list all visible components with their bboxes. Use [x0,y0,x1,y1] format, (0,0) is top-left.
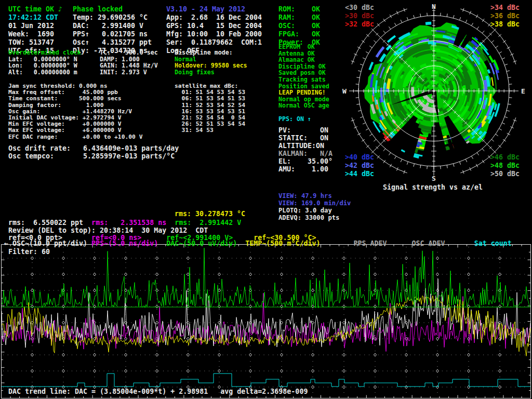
version-info-block-line-3: Mfg: 10:00 10 Feb 2000 [166,30,262,38]
selftest-status-block: ROM: OKRAM: OKOSC: OKFPGA: OKPower: OK [278,5,320,47]
dac-trend-line-label: DAC trend line: DAC = (3.85004e-009*t) +… [8,388,308,396]
text: Damping factor: 1.000 [8,102,104,109]
text: Doing fixes [175,69,215,76]
text: Normal OSC age [278,102,329,109]
drift-tempco-block-line-1: Osc tempco: 5.285997e-013 parts/°C [8,152,179,160]
text: 26: 52 51 53 54 54 [175,121,245,127]
text: 11: 52 53 54 52 54 [175,102,245,109]
text: Temp: 29.690256 °C [73,14,148,21]
text: Week: 1690 [8,30,54,38]
text: VIEW: 169.0 min/div [278,200,351,207]
text: >42 dBc [345,162,374,169]
dbc-legend-bottom-right: >46 dBc>48 dBc>50 dBc [490,153,520,178]
dbc-legend-bottom-left-line-1: >42 dBc [345,162,374,170]
text: >30 dBc [345,12,374,20]
satellite-max-dbc-table-line-7: 31: 54 53 [175,127,245,134]
oscillator-status-block-line-3: PPS↑ 0.021705 ns [73,30,152,38]
text: 21: 52 54 54 0 54 [175,114,245,121]
dbc-legend-top-right-line-1: >36 dBc [490,12,520,20]
text: >36 dBc [490,12,520,20]
text: ALTITUDE:ON [278,142,324,150]
text: Osc↑ 4.315277 ppt [73,38,152,46]
version-info-block-line-0: V3.10 - 24 May 2012 [166,5,262,14]
text: UTC time OK ♪ [8,5,62,13]
text: ← OSC~(10.0 ppt/div) [4,240,87,247]
text: PPS~(5.0 ns/div) [87,240,158,247]
rms-values-line-line-0: rms: 6.550022 ppt rms: 2.351538 ns rms: … [8,219,241,227]
text: >46 dBc [490,153,520,161]
text: OSC: OK [278,22,320,30]
osc-params-block-line-8: EFC DAC range: +0.00 to +10.00 V [8,134,142,140]
text: TOW: 513747 [8,38,54,46]
plot-scale-line-line-0: ← OSC~(10.0 ppt/div) PPS~(5.0 ns/div) DA… [4,240,512,248]
satellite-max-dbc-table: satellite max dBc: 01: 51 54 53 54 53 06… [175,83,245,134]
text: >48 dBc [490,162,520,169]
polar-grid [349,6,518,176]
drift-tempco-block-line-0: Osc drift rate: 6.436409e-013 parts/day [8,144,179,152]
dbc-legend-bottom-right-line-2: >50 dBc [490,170,520,178]
text: >34 dBc [490,4,520,11]
text: Max EFC voltage: +6.000000 V [8,127,122,134]
text: rms: 2.991442 V [166,219,241,227]
fix-mode-block-line-2: ALTITUDE:ON [278,142,332,150]
text: rms: 2.351538 ns [83,219,166,227]
time-status-block-line-1: 17:42:12 CDT [8,14,62,22]
rms-temp-label: rms: 30.278473 °C [175,210,245,218]
fix-mode-block-line-1: STATIC: ON [278,134,332,142]
text: V3.10 - 24 May 2012 [166,5,245,13]
receiver-health-block-line-9: Normal OSC age [278,102,329,109]
rms-values-line: rms: 6.550022 ppt rms: 2.351538 ns rms: … [8,219,241,227]
text: PPS↑ 0.021705 ns [73,30,148,38]
oscillator-status-block-line-1: Temp: 29.690256 °C [73,14,152,22]
text: TEMP~(500 m°C/div) [237,240,320,247]
text: 16: 53 53 54 53 51 [175,108,245,115]
text: PLOTQ: 3.0 day [278,207,332,214]
discipline-mode-block: Discipline mode:NormalHoldover: 99580 se… [175,49,247,75]
text: Phase locked [73,5,123,13]
selftest-status-block-line-3: FPGA: OK [278,30,320,38]
el-amu-block: EL: 35.00°AMU: 1.00 [278,157,332,173]
dbc-legend-bottom-left-line-2: >44 dBc [345,170,374,178]
time-status-block-line-2: 01 Jun 2012 [8,22,62,30]
view-queue-block-line-2: PLOTQ: 3.0 day [278,207,351,214]
text: Min EFC voltage: +0.000000 V [8,121,122,127]
text: DAC~(50.0 uV/div) [158,240,237,247]
dbc-legend-bottom-right-line-1: >48 dBc [490,162,520,170]
dbc-legend-top-left-line-0: <30 dBc [345,4,374,12]
view-queue-block-line-3: ADEVQ: 33000 pts [278,214,351,221]
compass-label-W: W [342,87,347,95]
text: RAM: OK [278,14,320,21]
view-queue-block: VIEW: 47.9 hrsVIEW: 169.0 min/divPLOTQ: … [278,192,351,221]
text: EFC DAC range: +0.00 to +10.00 V [8,134,142,140]
text: >32 dBc [345,20,374,28]
text: <30 dBc [345,4,374,11]
text: Max freq offset: 45.000 ppb [8,89,118,96]
text: Review (DEL to stop): 20:38:14 30 May 20… [8,227,208,234]
plot-area[interactable] [0,243,532,399]
loop-params-block-line-3: INIT: 2.973 V [100,69,158,76]
view-queue-block-line-1: VIEW: 169.0 min/div [278,200,351,207]
text: PPS: ON ↑ [278,115,311,123]
dbc-legend-top-right-line-0: >34 dBc [490,4,520,12]
version-info-block: V3.10 - 24 May 2012App: 2.68 16 Dec 2004… [166,5,262,55]
text: GPS: 10.4 15 Dec 2004 [166,22,262,30]
oscillator-status-block: Phase lockedTemp: 29.690256 °CDAC: 2.991… [73,5,152,55]
dbc-legend-top-left-line-2: >32 dBc [345,20,374,29]
discipline-mode-block-line-3: Doing fixes [175,69,247,76]
dbc-legend-bottom-left-line-0: >40 dBc [345,153,374,162]
text: 17:42:12 CDT [8,14,58,21]
dbc-legend-bottom-right-line-0: >46 dBc [490,153,520,162]
receiver-health-block: EEPROM OKAntenna OKAlmanac OKDiscipline … [278,44,329,122]
text: Jam sync threshold: 0.000 ns [8,83,107,89]
receiver-health-block-line-11: PPS: ON ↑ [278,116,329,123]
drift-tempco-block: Osc drift rate: 6.436409e-013 parts/dayO… [8,144,179,160]
text: Osc drift rate: 6.436409e-013 parts/day [8,144,179,152]
text: satellite max dBc: [175,83,238,89]
time-status-block-line-0: UTC time OK ♪ [8,5,62,14]
dbc-legend-bottom-left: >40 dBc>42 dBc>44 dBc [345,153,374,178]
text: Osc tempco: 5.285997e-013 parts/°C [8,152,175,160]
text: Ser: 0.11879662 COM:1 [166,38,262,46]
compass-label-E: E [521,87,525,95]
oscillator-status-block-line-2: DAC: 2.991400 V [73,22,152,30]
text: Alt: 0.00000000 m [8,69,77,76]
